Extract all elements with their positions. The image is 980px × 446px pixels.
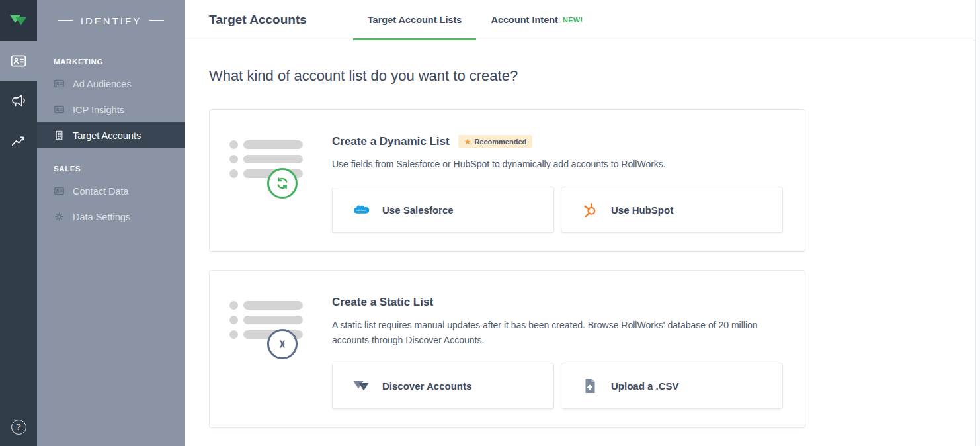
question-heading: What kind of account list do you want to… xyxy=(209,67,980,85)
sidebar-item-ad-audiences[interactable]: Ad Audiences xyxy=(37,71,185,97)
tab-bar: Target Account Lists Account Intent NEW! xyxy=(353,0,598,40)
recommended-badge: ★ Recommended xyxy=(458,135,533,148)
discover-accounts-button[interactable]: Discover Accounts xyxy=(332,363,554,409)
star-icon: ★ xyxy=(464,138,471,146)
sidebar-item-icp-insights[interactable]: ICP Insights xyxy=(37,97,185,122)
page-title: Target Accounts xyxy=(209,13,307,27)
rollworks-logo[interactable] xyxy=(0,0,37,41)
card-body: Create a Dynamic List ★ Recommended Use … xyxy=(332,135,809,233)
list-illustration xyxy=(229,301,332,409)
hubspot-icon xyxy=(580,201,600,218)
help-button[interactable]: ? xyxy=(0,408,37,446)
contact-card-icon xyxy=(54,78,65,89)
contact-card-icon xyxy=(10,52,27,69)
use-salesforce-button[interactable]: salesforce Use Salesforce xyxy=(332,187,554,233)
recommended-badge-label: Recommended xyxy=(474,138,526,146)
rail-item-measure[interactable] xyxy=(0,120,37,160)
sidebar-item-label: ICP Insights xyxy=(73,105,124,115)
main-area: Target Accounts Target Account Lists Acc… xyxy=(185,0,980,446)
rollworks-mark-icon xyxy=(351,379,371,394)
card-description: A static list requires manual updates af… xyxy=(332,318,783,347)
sidebar: IDENTIFY MARKETING Ad Audiences ICP Insi… xyxy=(37,0,185,446)
scrollbar-track[interactable] xyxy=(975,0,980,446)
sidebar-item-label: Contact Data xyxy=(73,186,129,197)
use-hubspot-button[interactable]: Use HubSpot xyxy=(561,187,783,233)
illustration-dot xyxy=(229,316,238,324)
sidebar-section-marketing: MARKETING xyxy=(37,41,185,71)
refresh-sync-icon xyxy=(267,168,298,199)
sidebar-item-label: Data Settings xyxy=(73,212,130,222)
illustration-dot xyxy=(229,301,238,310)
decorative-dash xyxy=(58,20,73,21)
gear-icon xyxy=(54,211,65,222)
illustration-dot xyxy=(229,330,238,339)
rail-item-advertise[interactable] xyxy=(0,81,37,120)
card-title: Create a Static List xyxy=(332,296,433,309)
card-title: Create a Dynamic List xyxy=(332,135,450,148)
card-body: Create a Static List A static list requi… xyxy=(332,296,809,409)
building-icon xyxy=(54,130,65,141)
svg-text:salesforce: salesforce xyxy=(356,209,366,212)
illustration-bar xyxy=(243,155,303,163)
sidebar-section-sales: SALES xyxy=(37,148,185,178)
app-root: ? IDENTIFY MARKETING Ad Audiences xyxy=(0,0,980,446)
dynamic-list-card: Create a Dynamic List ★ Recommended Use … xyxy=(209,109,805,252)
sidebar-item-label: Target Accounts xyxy=(73,130,141,141)
button-label: Upload a .CSV xyxy=(611,380,679,392)
static-list-card: Create a Static List A static list requi… xyxy=(209,270,805,428)
rollworks-logo-icon xyxy=(9,12,28,29)
illustration-dot xyxy=(229,140,238,149)
sidebar-item-data-settings[interactable]: Data Settings xyxy=(37,204,185,230)
static-brackets-icon xyxy=(267,329,298,359)
salesforce-icon: salesforce xyxy=(351,202,371,218)
card-description: Use fields from Salesforce or HubSpot to… xyxy=(332,157,783,171)
content-area: What kind of account list do you want to… xyxy=(185,40,980,446)
tab-label: Target Account Lists xyxy=(368,15,462,25)
contact-card-icon xyxy=(54,185,65,197)
button-label: Use Salesforce xyxy=(382,204,454,216)
sidebar-item-target-accounts[interactable]: Target Accounts xyxy=(37,122,185,148)
new-badge: NEW! xyxy=(563,16,583,24)
contact-card-icon xyxy=(54,104,65,115)
line-chart-icon xyxy=(10,132,27,149)
button-label: Use HubSpot xyxy=(611,204,673,216)
illustration-dot xyxy=(229,169,238,178)
button-label: Discover Accounts xyxy=(382,380,471,392)
illustration-bar xyxy=(243,316,303,324)
icon-rail: ? xyxy=(0,0,37,446)
rail-item-identify[interactable] xyxy=(0,41,37,81)
list-illustration xyxy=(229,140,332,233)
megaphone-icon xyxy=(10,92,27,109)
upload-csv-button[interactable]: Upload a .CSV xyxy=(561,363,783,409)
tab-account-intent[interactable]: Account Intent NEW! xyxy=(476,0,597,40)
illustration-bar xyxy=(243,140,303,149)
sidebar-item-label: Ad Audiences xyxy=(73,79,132,89)
edition-label: IDENTIFY xyxy=(81,15,142,26)
sidebar-edition-header: IDENTIFY xyxy=(37,0,185,41)
decorative-dash xyxy=(149,20,164,21)
sidebar-item-contact-data[interactable]: Contact Data xyxy=(37,178,185,204)
tab-label: Account Intent xyxy=(491,15,558,25)
illustration-dot xyxy=(229,155,238,163)
illustration-bar xyxy=(243,301,303,310)
tab-target-account-lists[interactable]: Target Account Lists xyxy=(353,0,477,40)
page-header: Target Accounts Target Account Lists Acc… xyxy=(185,0,980,40)
question-circle-icon: ? xyxy=(11,420,26,435)
upload-file-icon xyxy=(580,377,600,394)
